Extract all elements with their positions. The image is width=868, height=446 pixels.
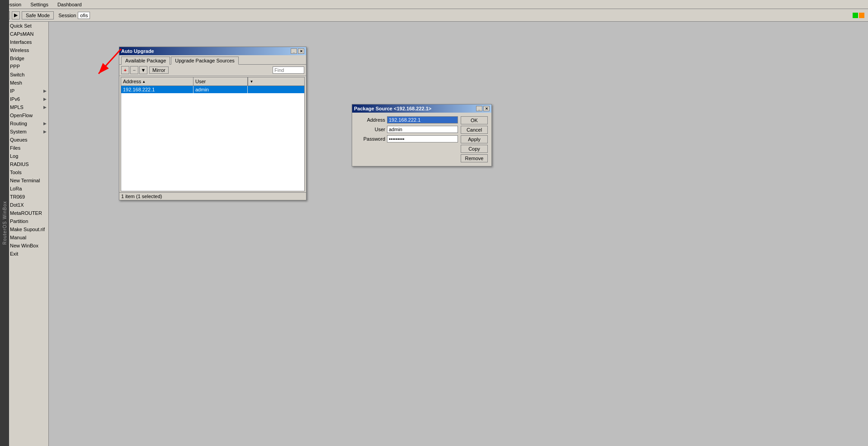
col-header-user[interactable]: User	[193, 77, 248, 85]
toolbar: ◀ ▶ Safe Mode Session ofis	[0, 9, 868, 22]
cancel-button[interactable]: Cancel	[461, 126, 488, 134]
auto-upgrade-titlebar: Auto Upgrade _ ✕	[119, 47, 306, 55]
sort-arrow: ▲	[142, 80, 146, 84]
svg-line-1	[99, 49, 121, 74]
dialog-body: Address User Password OK	[352, 113, 491, 166]
auto-upgrade-title: Auto Upgrade	[121, 48, 154, 54]
sidebar-item-label: System	[10, 129, 27, 134]
sidebar-item-label: Switch	[10, 72, 24, 77]
sidebar-item-label: Tools	[10, 170, 22, 175]
minimize-button[interactable]: _	[291, 48, 297, 54]
mpls-arrow: ▶	[43, 105, 47, 109]
sidebar-item-label: Routing	[10, 121, 27, 126]
titlebar-buttons: _ ✕	[291, 48, 304, 54]
sidebar-item-label: LoRa	[10, 186, 22, 191]
dialog-main: Address User Password OK	[356, 116, 488, 162]
menu-settings[interactable]: Settings	[28, 1, 50, 8]
sidebar-item-label: OpenFlow	[10, 113, 33, 118]
status-light-green	[853, 13, 858, 18]
address-row: Address	[356, 116, 458, 123]
password-label: Password	[356, 136, 385, 142]
ip-arrow: ▶	[43, 89, 47, 93]
window-tabs: Available Package Upgrade Package Source…	[119, 55, 306, 65]
sidebar-item-label: PPP	[10, 64, 20, 69]
apply-button[interactable]: Apply	[461, 135, 488, 143]
sidebar-item-label: MPLS	[10, 104, 24, 110]
sidebar-item-label: Files	[10, 145, 20, 151]
sidebar-item-label: Partition	[10, 218, 28, 224]
column-dropdown[interactable]: ▼	[248, 77, 255, 85]
sidebar-item-label: MetaROUTER	[10, 210, 42, 216]
sidebar-item-label: Bridge	[10, 56, 24, 61]
safe-mode-button[interactable]: Safe Mode	[22, 11, 54, 19]
system-arrow: ▶	[43, 129, 47, 134]
user-label: User	[356, 127, 385, 132]
sidebar-item-label: TR069	[10, 194, 25, 199]
tab-available-package[interactable]: Available Package	[121, 57, 170, 65]
titlebar-buttons-2: _ ✕	[476, 106, 490, 111]
menu-dashboard[interactable]: Dashboard	[56, 1, 84, 8]
pkg-close-button[interactable]: ✕	[483, 106, 490, 111]
sidebar-item-label: Dot1X	[10, 202, 24, 208]
sidebar-item-label: New Terminal	[10, 178, 40, 183]
routing-arrow: ▶	[43, 121, 47, 126]
auto-upgrade-window: Auto Upgrade _ ✕ Available Package Upgra…	[119, 47, 307, 200]
sidebar-item-label: IPv6	[10, 96, 20, 102]
sidebar-item-label: Interfaces	[10, 39, 32, 45]
password-row: Password	[356, 135, 458, 142]
pkg-source-window: Package Source <192.168.222.1> _ ✕ Addre…	[352, 104, 492, 166]
window-content: Available Package Upgrade Package Source…	[119, 55, 306, 200]
sidebar-item-label: Manual	[10, 235, 26, 240]
sidebar-item-label: Quick Set	[10, 23, 32, 28]
ok-button[interactable]: OK	[461, 116, 488, 124]
status-bar: 1 item (1 selected)	[119, 192, 306, 200]
status-lights	[853, 13, 866, 18]
address-label: Address	[356, 117, 385, 123]
package-list: Address ▲ User ▼ 192.168.222.1 admin	[121, 77, 305, 191]
sidebar-item-label: Wireless	[10, 47, 29, 53]
sidebar-item-label: Queues	[10, 137, 28, 142]
copy-button[interactable]: Copy	[461, 145, 488, 153]
remove-button[interactable]: −	[130, 66, 138, 74]
password-input[interactable]	[387, 135, 458, 142]
sidebar-item-label: RADIUS	[10, 161, 29, 167]
main-layout: ⚙ Quick Set 📡 CAPsMAN 🔌 Interfaces 📶 Wir…	[0, 22, 868, 446]
dialog-buttons: OK Cancel Apply Copy Remove	[461, 116, 488, 162]
content-area: Auto Upgrade _ ✕ Available Package Upgra…	[49, 22, 868, 446]
dialog-form: Address User Password	[356, 116, 458, 162]
col-header-address[interactable]: Address ▲	[121, 77, 193, 85]
user-input[interactable]	[387, 126, 458, 133]
sidebar-item-label: Make Supout.rif	[10, 227, 45, 232]
list-header: Address ▲ User ▼	[121, 77, 304, 86]
pkg-source-title: Package Source <192.168.222.1>	[354, 106, 431, 111]
sidebar-item-label: Log	[10, 153, 18, 159]
sidebar-item-label: Exit	[10, 251, 18, 256]
filter-button[interactable]: ▼	[139, 66, 147, 74]
sidebar-item-label: Mesh	[10, 80, 22, 85]
winbox-label: RouterOS WinBox	[0, 0, 9, 446]
close-button[interactable]: ✕	[298, 48, 304, 54]
mirror-button[interactable]: Mirror	[149, 66, 169, 74]
sidebar-item-label: CAPsMAN	[10, 31, 34, 37]
session-label: Session	[58, 13, 76, 18]
address-input[interactable]	[387, 116, 458, 123]
cell-user: admin	[193, 86, 248, 93]
add-button[interactable]: +	[121, 66, 129, 74]
find-input[interactable]	[273, 66, 304, 74]
user-row: User	[356, 126, 458, 133]
sidebar-item-label: New WinBox	[10, 243, 38, 248]
session-value: ofis	[78, 12, 90, 19]
remove-button[interactable]: Remove	[461, 154, 488, 162]
status-light-orange	[859, 13, 864, 18]
table-row[interactable]: 192.168.222.1 admin	[121, 86, 304, 93]
cell-address: 192.168.222.1	[121, 86, 193, 93]
pkg-minimize-button[interactable]: _	[476, 106, 482, 111]
sidebar-item-label: IP	[10, 88, 14, 94]
pkg-source-titlebar: Package Source <192.168.222.1> _ ✕	[352, 104, 491, 113]
forward-button[interactable]: ▶	[12, 11, 20, 19]
window-toolbar: + − ▼ Mirror	[119, 65, 306, 76]
menu-bar: Session Settings Dashboard	[0, 0, 868, 9]
tab-upgrade-sources[interactable]: Upgrade Package Sources	[171, 57, 238, 65]
ipv6-arrow: ▶	[43, 97, 47, 101]
